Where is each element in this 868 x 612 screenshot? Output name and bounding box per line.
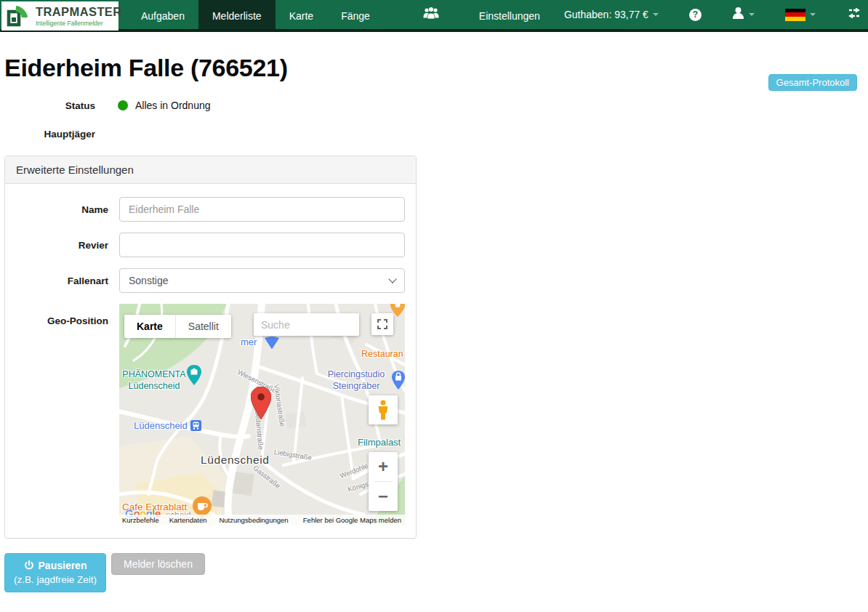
chevron-down-icon [749,13,755,16]
group-icon [422,6,441,23]
status-value: Alles in Ordnung [135,100,211,111]
hunter-label: Hauptjäger [4,129,95,140]
name-label: Name [11,204,108,215]
attr-kartendaten[interactable]: Kartendaten [169,516,207,524]
map-search-input[interactable] [254,313,359,336]
german-flag-icon [785,9,805,21]
nav-item-aufgaben[interactable]: Aufgaben [127,0,198,29]
google-map[interactable]: Karte Satellit mer [119,304,405,525]
map-type-control: Karte Satellit [124,315,231,338]
nav-item-faenge[interactable]: Fänge [327,0,384,29]
trapmaster-logo-icon [6,1,32,31]
attr-nutzungsbedingungen[interactable]: Nutzungsbedingungen [219,516,288,524]
chevron-down-icon [810,13,816,16]
power-icon [24,560,34,571]
balance-label: Guthaben: 93,77 € [564,0,648,31]
user-icon [732,7,744,23]
shop-pin-icon [391,371,405,391]
nav-item-einstellungen[interactable]: Einstellungen [465,0,554,29]
map-type-satellit-button[interactable]: Satellit [175,315,231,338]
status-label: Status [4,100,95,111]
fullscreen-button[interactable] [371,313,393,335]
fallenart-select[interactable]: Sonstige [119,268,405,293]
brand-logo[interactable]: TRAPMASTER Intelligente Fallenmelder [1,1,118,31]
attr-fehler-melden[interactable]: Fehler bei Google Maps melden [303,516,401,524]
revier-label: Revier [11,240,108,251]
attr-kurzbefehle[interactable]: Kurzbefehle [122,516,159,524]
hunter-row: Hauptjäger [4,129,864,140]
pausieren-button[interactable]: Pausieren (z.B. jagdfreie Zeit) [4,553,106,592]
map-poi-restaurant: Restauran [361,349,403,359]
swap-arrows-icon [846,7,862,23]
map-attribution: Kurzbefehle Kartendaten Nutzungsbedingun… [119,515,405,525]
brand-subtitle: Intelligente Fallenmelder [36,20,122,27]
brand-title: TRAPMASTER [36,6,122,18]
fallenart-row: Fallenart Sonstige [11,268,405,293]
bottom-actions: Pausieren (z.B. jagdfreie Zeit) Melder l… [4,553,864,592]
user-dropdown[interactable] [722,0,765,29]
location-marker-icon[interactable] [251,387,271,420]
erweiterte-einstellungen-panel: Erweiterte Einstellungen Name Revier Fal… [4,156,417,539]
nav-item-melderliste[interactable]: Melderliste [198,0,276,29]
fullscreen-icon [377,319,387,329]
name-input[interactable] [119,197,405,222]
map-type-karte-button[interactable]: Karte [124,315,175,338]
gesamt-protokoll-button[interactable]: Gesamt-Protokoll [768,74,857,91]
panel-title: Erweiterte Einstellungen [5,156,416,184]
chevron-down-icon [653,13,659,16]
pegman-icon [377,400,389,420]
zoom-control: + − [369,452,398,511]
revier-row: Revier [11,233,405,257]
geo-row: Geo-Position [11,304,405,525]
map-poi-filmpalast: Filmpalast [358,437,401,448]
switch-button[interactable] [836,0,868,29]
team-button[interactable] [411,0,451,29]
museum-pin-icon [186,365,202,387]
map-poi-station: Lüdenscheid [134,420,201,431]
name-row: Name [11,197,405,222]
zoom-out-button[interactable]: − [369,482,398,511]
pegman-control[interactable] [369,395,398,424]
train-station-icon [190,420,201,431]
blue-arrow-marker-icon [263,337,281,350]
balance-dropdown[interactable]: Guthaben: 93,77 € [554,0,669,29]
status-dot [118,100,128,110]
fallenart-label: Fallenart [11,275,108,286]
revier-input[interactable] [119,233,405,257]
map-poi-phanomenta: PHÄNOMENTALüdenscheid [119,369,189,392]
zoom-in-button[interactable]: + [369,452,398,481]
help-button[interactable]: ? [679,0,712,29]
nav-menu: Aufgaben Melderliste Karte Fänge [127,0,384,29]
page-title: Eiderheim Falle (766521) [4,54,864,82]
help-icon: ? [689,9,702,21]
top-navbar: TRAPMASTER Intelligente Fallenmelder Auf… [0,0,868,32]
status-row: Status Alles in Ordnung [4,100,864,111]
map-poi-fragment: mer [241,337,257,347]
melder-loeschen-button[interactable]: Melder löschen [111,553,205,575]
geo-label: Geo-Position [11,315,108,326]
main-content: Gesamt-Protokoll Eiderheim Falle (766521… [0,54,868,592]
map-city-label: Lüdenscheid [201,454,270,467]
nav-item-karte[interactable]: Karte [276,0,327,29]
map-poi-piercing: PiercingstudioSteingräber [320,369,393,392]
language-dropdown[interactable] [775,0,826,29]
